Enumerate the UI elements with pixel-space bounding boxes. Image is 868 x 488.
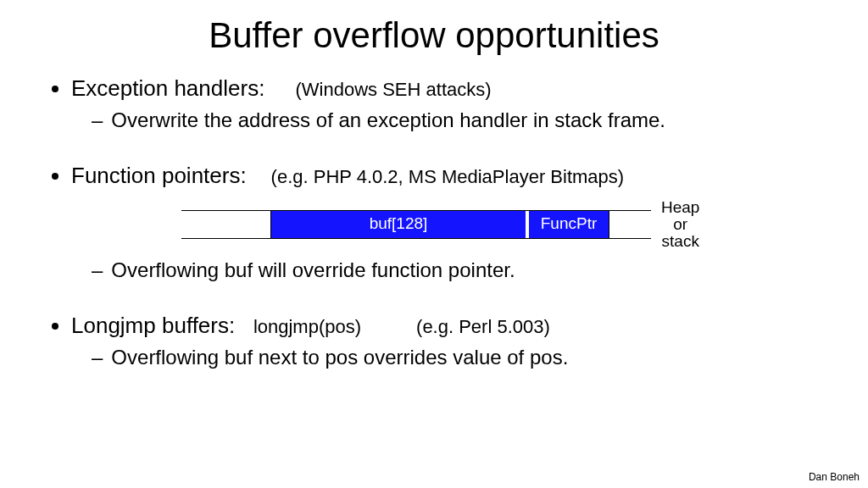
segment-empty-left (181, 211, 271, 238)
bullet-call: longjmp(pos) (253, 316, 361, 337)
footer-author: Dan Boneh (809, 471, 860, 483)
bullet-paren: (e.g. PHP 4.0.2, MS MediaPlayer Bitmaps) (271, 166, 625, 187)
segment-buf: buf[128] (271, 211, 526, 238)
bullet-paren: (e.g. Perl 5.003) (416, 316, 550, 337)
sub-list: Overflowing buf next to pos overrides va… (71, 344, 826, 370)
sub-list: Overwrite the address of an exception ha… (71, 107, 826, 133)
bullet-exception-handlers: Exception handlers: (Windows SEH attacks… (71, 75, 826, 133)
sub-item: Overflowing buf will override function p… (92, 257, 826, 283)
sub-item: Overflowing buf next to pos overrides va… (92, 344, 826, 370)
bullet-paren: (Windows SEH attacks) (296, 79, 492, 100)
bullet-head: Exception handlers: (71, 75, 264, 101)
sub-list: Overflowing buf will override function p… (71, 257, 826, 283)
bullet-longjmp-buffers: Longjmp buffers: longjmp(pos) (e.g. Perl… (71, 312, 826, 370)
segment-empty-right (609, 211, 651, 238)
bullet-list: Exception handlers: (Windows SEH attacks… (42, 75, 826, 370)
sub-item: Overwrite the address of an exception ha… (92, 107, 826, 133)
bullet-head: Longjmp buffers: (71, 313, 235, 338)
memory-diagram: buf[128] FuncPtr Heap or stack (181, 199, 826, 250)
slide-title: Buffer overflow opportunities (42, 15, 826, 56)
memory-bar: buf[128] FuncPtr (181, 210, 651, 239)
heap-stack-label: Heap or stack (661, 199, 699, 250)
slide: Buffer overflow opportunities Exception … (0, 0, 868, 370)
bullet-head: Function pointers: (71, 163, 247, 188)
bullet-function-pointers: Function pointers: (e.g. PHP 4.0.2, MS M… (71, 162, 826, 283)
segment-funcptr: FuncPtr (529, 211, 609, 238)
